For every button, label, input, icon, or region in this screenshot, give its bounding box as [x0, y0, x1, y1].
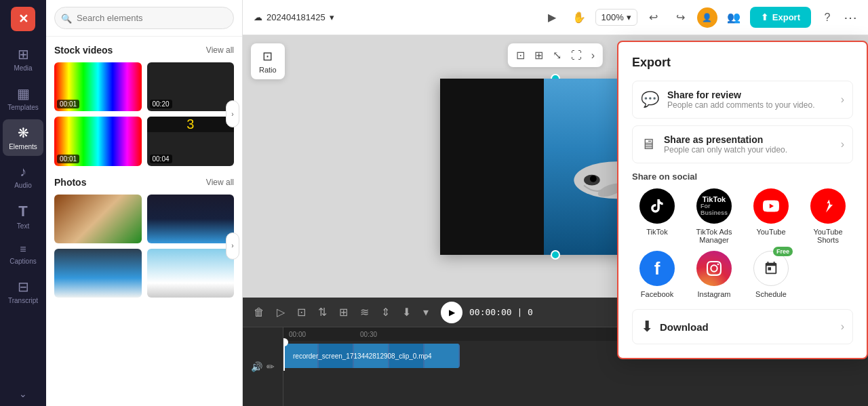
volume-icon[interactable]: 🔊	[251, 361, 262, 372]
share-presentation-arrow: ›	[841, 138, 844, 150]
download-option[interactable]: ⬇ Download ›	[632, 309, 853, 344]
zoom-selector[interactable]: 100% ▾	[595, 9, 637, 26]
sidebar-label-templates: Templates	[7, 104, 39, 111]
edit-icon[interactable]: ✏	[267, 361, 275, 372]
list-item[interactable]	[54, 195, 142, 243]
video-duration: 00:01	[57, 155, 79, 163]
list-item[interactable]: 00:01	[54, 117, 142, 165]
templates-icon: ▦	[17, 85, 30, 102]
sidebar-label-elements: Elements	[9, 143, 37, 150]
photos-view-all[interactable]: View all	[206, 178, 234, 187]
tiktok-label: TikTok	[646, 228, 667, 236]
yt-shorts-social-item[interactable]: YouTube Shorts	[803, 188, 853, 244]
tiktok-icon	[639, 188, 675, 224]
youtube-social-item[interactable]: YouTube	[746, 188, 796, 244]
share-review-text: Share for review People can add comments…	[667, 89, 814, 110]
timeline-play-head-btn[interactable]: ▷	[274, 303, 288, 321]
export-panel: Export 💬 Share for review People can add…	[617, 41, 868, 359]
share-presentation-option[interactable]: 🖥 Share as presentation People can only …	[632, 125, 853, 163]
undo-btn[interactable]: ↩	[643, 7, 665, 28]
list-item[interactable]	[147, 195, 235, 243]
zoom-level: 100%	[601, 12, 624, 22]
list-item[interactable]: 3 00:04	[147, 117, 235, 165]
export-button[interactable]: ⬆ Export	[750, 7, 811, 28]
timeline-delete-btn[interactable]: 🗑	[251, 304, 267, 321]
timeline-merge-btn[interactable]: ≋	[357, 303, 372, 321]
facebook-social-item[interactable]: f Facebook	[632, 251, 682, 298]
sidebar-item-media[interactable]: ⊞ Media	[3, 41, 43, 77]
share-presentation-label: Share as presentation	[664, 134, 787, 145]
sidebar-item-transcript[interactable]: ⊟ Transcript	[3, 273, 43, 310]
list-item[interactable]: 00:20	[147, 62, 235, 111]
sidebar-item-captions[interactable]: ≡ Captions	[3, 238, 43, 270]
stock-videos-grid: 00:01 00:20 00:01 3 00:04	[54, 62, 234, 166]
share-btn[interactable]: 👥	[723, 7, 745, 28]
sidebar-item-text[interactable]: T Text	[3, 197, 43, 235]
sidebar-label-transcript: Transcript	[8, 297, 38, 304]
timeline-flip-btn[interactable]: ⇅	[315, 303, 330, 321]
tiktok-ads-icon: TikTok For Business	[696, 188, 732, 224]
transcript-icon: ⊟	[18, 279, 29, 295]
sidebar-item-templates[interactable]: ▦ Templates	[3, 80, 43, 117]
stock-videos-title: Stock videos	[54, 45, 113, 56]
export-label: Export	[772, 12, 800, 22]
instagram-icon	[696, 251, 732, 286]
crop-tool[interactable]: ⊡	[513, 46, 528, 64]
timeline-split-btn[interactable]: ⊞	[336, 303, 351, 321]
search-input[interactable]	[54, 7, 234, 29]
select-tool-btn[interactable]: ▶	[541, 7, 563, 28]
instagram-social-item[interactable]: Instagram	[689, 251, 739, 298]
download-label: Download	[660, 321, 709, 333]
resize-tool[interactable]: ⤡	[550, 46, 564, 64]
video-left-panel	[440, 79, 544, 255]
playhead[interactable]	[283, 341, 285, 371]
list-item[interactable]	[54, 249, 142, 298]
timeline-speed-btn[interactable]: ⇕	[378, 303, 393, 321]
search-area: 🔍	[46, 0, 242, 37]
timeline-trim-btn[interactable]: ⊡	[294, 303, 309, 321]
ruler-mark-30: 00:30	[360, 331, 377, 338]
photos-next-btn[interactable]: ›	[226, 232, 239, 260]
project-name[interactable]: ☁ 202404181425 ▾	[254, 12, 334, 22]
stock-videos-next-btn[interactable]: ›	[226, 100, 239, 127]
tiktok-ads-label: TikTok Ads Manager	[689, 228, 739, 244]
chevron-down-icon: ▾	[330, 12, 334, 22]
share-review-option[interactable]: 💬 Share for review People can add commen…	[632, 81, 853, 119]
tiktok-social-item[interactable]: TikTok	[632, 188, 682, 244]
youtube-icon	[753, 188, 789, 224]
schedule-label: Schedule	[755, 290, 787, 298]
share-presentation-text: Share as presentation People can only wa…	[664, 134, 787, 155]
cloud-icon: ☁	[254, 12, 262, 22]
schedule-social-item[interactable]: Free Schedule	[746, 251, 796, 298]
top-bar: ☁ 202404181425 ▾ ▶ ✋ 100% ▾ ↩ ↪ 👤 👥 ⬆ Ex…	[243, 0, 868, 35]
pan-tool-btn[interactable]: ✋	[568, 7, 590, 28]
youtube-label: YouTube	[756, 228, 785, 236]
text-icon: T	[18, 203, 27, 220]
sidebar-item-elements[interactable]: ❋ Elements	[3, 119, 43, 156]
more-canvas-tool[interactable]: ›	[589, 47, 597, 64]
play-button[interactable]: ▶	[441, 302, 462, 323]
upload-icon: ⬆	[761, 12, 768, 22]
app-logo[interactable]: ✕	[11, 7, 35, 31]
fullscreen-tool[interactable]: ⛶	[568, 47, 585, 64]
stock-videos-view-all[interactable]: View all	[206, 45, 234, 55]
tiktok-ads-social-item[interactable]: TikTok For Business TikTok Ads Manager	[689, 188, 739, 244]
bottom-handle[interactable]	[551, 250, 560, 260]
sidebar-label-audio: Audio	[14, 182, 32, 189]
share-on-social-label: Share on social	[632, 171, 853, 182]
photos-header: Photos View all	[54, 177, 234, 188]
timeline-download-chevron[interactable]: ▾	[420, 303, 431, 321]
list-item[interactable]	[147, 249, 235, 298]
fit-tool[interactable]: ⊞	[532, 46, 546, 64]
sidebar-item-audio[interactable]: ♪ Audio	[3, 159, 43, 195]
ratio-button[interactable]: ⊡ Ratio	[251, 43, 285, 79]
timeline-download-btn[interactable]: ⬇	[399, 303, 414, 321]
sidebar-collapse-btn[interactable]: ⌄	[19, 388, 27, 399]
redo-btn[interactable]: ↪	[670, 7, 692, 28]
track-clip[interactable]: recorder_screen_1713442812908_clip_0.mp4	[283, 344, 460, 368]
video-duration: 00:04	[150, 155, 172, 163]
list-item[interactable]: 00:01	[54, 62, 142, 111]
help-btn[interactable]: ?	[816, 7, 838, 28]
more-options-btn[interactable]: ⋯	[844, 9, 857, 26]
ruler-mark-0: 00:00	[289, 331, 306, 338]
